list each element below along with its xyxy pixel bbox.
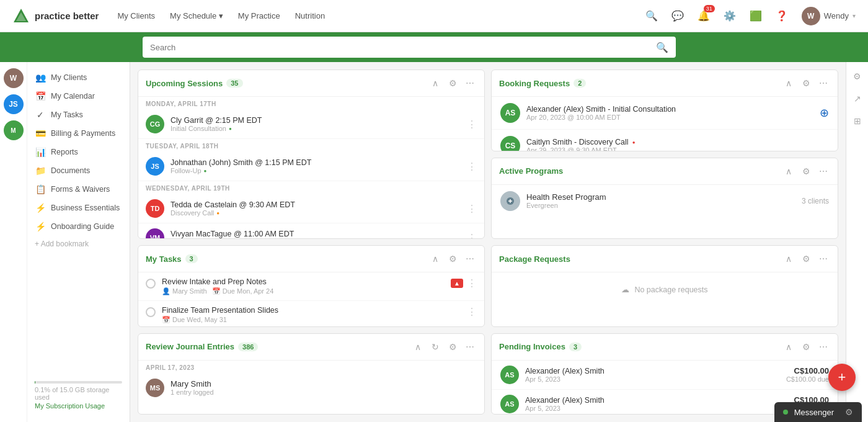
task-checkbox-1[interactable] — [146, 279, 156, 289]
session-type-td: Discovery Call ● — [170, 209, 461, 217]
dot-orange-1: ● — [216, 210, 219, 216]
sidebar: W JS M 👥 My Clients 📅 My Calendar ✓ My T… — [0, 62, 130, 422]
more-invoices-btn[interactable]: ⋯ — [817, 340, 830, 354]
booking-requests-header: Booking Requests 2 ∧ ⚙ ⋯ — [492, 70, 838, 97]
booking-add-btn-alex[interactable]: ⊕ — [820, 106, 829, 120]
user-menu[interactable]: W Wendy ▾ — [802, 7, 856, 25]
nav-my-clients[interactable]: My Clients — [117, 11, 155, 20]
session-menu-vm[interactable]: ⋮ — [467, 232, 477, 240]
right-grid-btn[interactable]: ⊞ — [849, 113, 866, 129]
session-date-wednesday: WEDNESDAY, APRIL 19TH — [138, 181, 484, 194]
task-checkbox-2[interactable] — [146, 307, 156, 317]
more-sessions-btn[interactable]: ⋯ — [463, 76, 477, 90]
sidebar-item-forms[interactable]: 📋 Forms & Waivers — [27, 180, 130, 199]
apps-button[interactable]: 🟩 — [747, 7, 764, 25]
invoice-name-1: Alexander (Alex) Smith — [525, 367, 780, 375]
logo-area[interactable]: practice better — [12, 7, 99, 25]
search-button[interactable]: 🔍 — [643, 7, 660, 25]
sidebar-text: 👥 My Clients 📅 My Calendar ✓ My Tasks 💳 … — [27, 62, 130, 422]
booking-avatar-cs: CS — [500, 136, 520, 151]
sidebar-avatar-1[interactable]: W — [4, 68, 24, 88]
nav-nutrition[interactable]: Nutrition — [295, 11, 325, 20]
session-menu-cg[interactable]: ⋮ — [467, 119, 477, 130]
session-name-vm: Vivyan MacTague @ 11:00 AM EDT — [170, 230, 461, 238]
right-share-btn[interactable]: ↗ — [849, 91, 866, 107]
subscription-link[interactable]: My Subscription Usage — [35, 402, 122, 410]
messenger-label: Messenger — [794, 408, 834, 417]
collapse-tasks-btn[interactable]: ∧ — [428, 252, 442, 266]
sidebar-item-onboarding[interactable]: ⚡ Onboarding Guide — [27, 217, 130, 236]
chat-button[interactable]: 💬 — [669, 7, 686, 25]
settings-invoices-btn[interactable]: ⚙ — [799, 340, 813, 354]
forms-icon: 📋 — [35, 184, 46, 194]
collapse-journal-btn[interactable]: ∧ — [411, 340, 425, 354]
task-flag-btn[interactable]: ▲ — [451, 279, 463, 288]
messenger-online-dot — [783, 410, 788, 415]
documents-icon: 📁 — [35, 166, 46, 176]
more-journal-btn[interactable]: ⋯ — [463, 340, 477, 354]
settings-sessions-btn[interactable]: ⚙ — [446, 76, 459, 90]
collapse-invoices-btn[interactable]: ∧ — [782, 340, 795, 354]
messenger-settings-icon[interactable]: ⚙ — [845, 407, 853, 417]
sidebar-icons: W JS M — [0, 62, 27, 422]
invoice-avatar-as2: AS — [500, 395, 519, 413]
settings-journal-btn[interactable]: ⚙ — [446, 340, 459, 354]
sidebar-item-documents[interactable]: 📁 Documents — [27, 161, 130, 180]
sidebar-label-forms: Forms & Waivers — [51, 185, 110, 194]
session-type-cg: Initial Consultation ● — [170, 125, 461, 132]
task-item-2: Finalize Team Presentation Slides 📅 Due … — [138, 301, 484, 327]
messenger-bar[interactable]: Messenger ⚙ — [774, 402, 862, 422]
collapse-packages-btn[interactable]: ∧ — [782, 252, 795, 266]
active-programs-header: Active Programs ∧ ⚙ ⋯ — [492, 158, 838, 185]
collapse-booking-btn[interactable]: ∧ — [782, 76, 795, 90]
add-bookmark-btn[interactable]: + Add bookmark — [27, 236, 130, 252]
settings-booking-btn[interactable]: ⚙ — [799, 76, 813, 90]
top-nav: practice better My Clients My Schedule ▾… — [0, 0, 868, 32]
sidebar-avatar-2[interactable]: JS — [4, 94, 24, 114]
session-avatar-js: JS — [146, 157, 164, 176]
sidebar-label-billing: Billing & Payments — [51, 129, 115, 138]
user-avatar: W — [802, 7, 820, 25]
sidebar-item-reports[interactable]: 📊 Reports — [27, 143, 130, 161]
nav-my-schedule[interactable]: My Schedule ▾ — [170, 11, 223, 20]
help-button[interactable]: ❓ — [773, 7, 790, 25]
sidebar-item-billing[interactable]: 💳 Billing & Payments — [27, 124, 130, 143]
notifications-button[interactable]: 🔔 31 — [695, 7, 712, 25]
program-item-health-reset: Health Reset Program Evergreen 3 clients — [492, 185, 838, 217]
more-packages-btn[interactable]: ⋯ — [817, 252, 830, 266]
search-input[interactable] — [150, 43, 656, 52]
task-due-2: 📅 Due Wed, May 31 — [162, 316, 227, 324]
user-name: Wendy — [824, 11, 849, 20]
sidebar-avatar-3[interactable]: M — [4, 120, 24, 140]
session-menu-td[interactable]: ⋮ — [467, 203, 477, 215]
more-tasks-btn[interactable]: ⋯ — [463, 252, 477, 266]
invoice-total-1: C$100.00 — [786, 366, 829, 375]
more-booking-btn[interactable]: ⋯ — [817, 76, 830, 90]
settings-packages-btn[interactable]: ⚙ — [799, 252, 813, 266]
sidebar-item-business[interactable]: ⚡ Business Essentials — [27, 199, 130, 217]
sidebar-item-my-tasks[interactable]: ✓ My Tasks — [27, 106, 130, 124]
settings-button[interactable]: ⚙️ — [721, 7, 738, 25]
task-menu-1[interactable]: ⋮ — [467, 277, 477, 289]
right-settings-btn[interactable]: ⚙ — [849, 68, 866, 84]
search-submit-icon[interactable]: 🔍 — [656, 42, 668, 53]
sidebar-item-my-calendar[interactable]: 📅 My Calendar — [27, 87, 130, 106]
collapse-programs-btn[interactable]: ∧ — [782, 164, 795, 178]
more-programs-btn[interactable]: ⋯ — [817, 164, 830, 178]
task-menu-2[interactable]: ⋮ — [467, 306, 477, 318]
session-menu-js[interactable]: ⋮ — [467, 161, 477, 173]
settings-tasks-btn[interactable]: ⚙ — [446, 252, 459, 266]
sidebar-item-my-clients[interactable]: 👥 My Clients — [27, 68, 130, 87]
journal-header: Review Journal Entries 386 ∧ ↻ ⚙ ⋯ — [138, 334, 484, 361]
search-bar: 🔍 — [0, 32, 868, 62]
booking-item-caitlyn: CS Caitlyn Smith - Discovery Call ● Apr … — [492, 130, 838, 151]
onboarding-icon: ⚡ — [35, 222, 46, 231]
booking-name-caitlyn: Caitlyn Smith - Discovery Call ● — [526, 138, 829, 146]
refresh-journal-btn[interactable]: ↻ — [428, 340, 442, 354]
settings-programs-btn[interactable]: ⚙ — [799, 164, 813, 178]
nav-my-practice[interactable]: My Practice — [238, 11, 280, 20]
journal-count-badge: 386 — [238, 343, 258, 351]
booking-requests-card: Booking Requests 2 ∧ ⚙ ⋯ AS Alexander (A… — [491, 70, 838, 151]
fab-add-btn[interactable]: + — [828, 364, 856, 391]
collapse-sessions-btn[interactable]: ∧ — [428, 76, 442, 90]
